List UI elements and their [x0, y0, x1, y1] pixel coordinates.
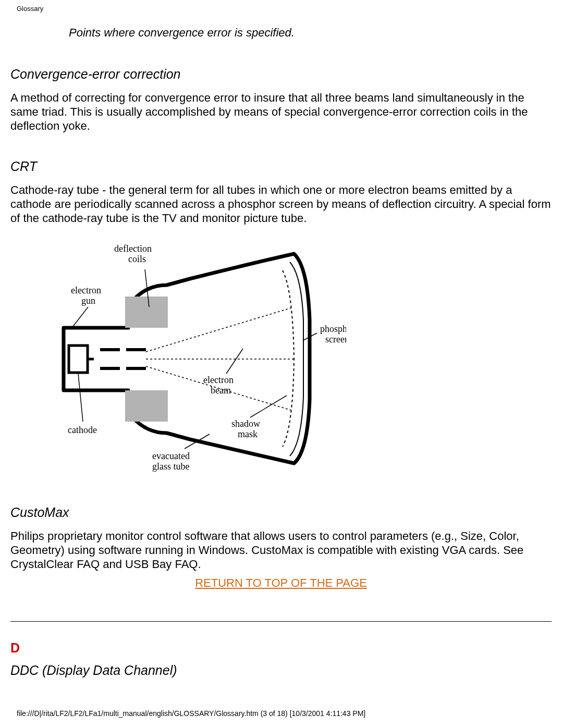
label-electron-gun: electrongun	[71, 285, 101, 306]
body-convergence-error-correction: A method of correcting for convergence e…	[10, 91, 552, 133]
heading-convergence-error-correction: Convergence-error correction	[10, 67, 552, 82]
label-electron-beam: electronbeam	[203, 375, 234, 396]
label-deflection-coils: deflectioncoils	[114, 243, 152, 264]
svg-rect-0	[125, 297, 168, 328]
label-evacuated-glass-tube: evacuatedglass tube	[152, 451, 190, 472]
return-to-top-link[interactable]: RETURN TO TOP OF THE PAGE	[10, 576, 552, 590]
crt-svg: deflectioncoils electrongun phosphorscre…	[33, 238, 346, 478]
footer-path: file:///D|/rita/LF2/LF2/LFa1/multi_manua…	[17, 709, 365, 718]
body-customax: Philips proprietary monitor control soft…	[10, 529, 552, 571]
label-cathode: cathode	[68, 425, 97, 435]
crt-diagram: deflectioncoils electrongun phosphorscre…	[33, 238, 346, 480]
content-area: Points where convergence error is specif…	[10, 20, 552, 687]
heading-ddc: DDC (Display Data Channel)	[10, 663, 552, 678]
letter-heading-d: D	[10, 640, 552, 656]
page-header-title: Glossary	[17, 5, 43, 13]
intro-caption: Points where convergence error is specif…	[69, 26, 552, 40]
svg-rect-1	[125, 390, 168, 422]
svg-line-16	[250, 396, 287, 417]
svg-line-14	[226, 349, 243, 374]
body-crt: Cathode-ray tube - the general term for …	[10, 183, 552, 225]
heading-customax: CustoMax	[10, 505, 552, 520]
svg-line-12	[72, 307, 88, 328]
svg-line-15	[78, 374, 83, 422]
label-phosphor-screen: phosphorscreen	[320, 324, 346, 344]
section-divider	[10, 621, 552, 622]
label-shadow-mask: shadowmask	[231, 418, 260, 439]
heading-crt: CRT	[10, 159, 552, 174]
svg-rect-2	[69, 346, 88, 373]
